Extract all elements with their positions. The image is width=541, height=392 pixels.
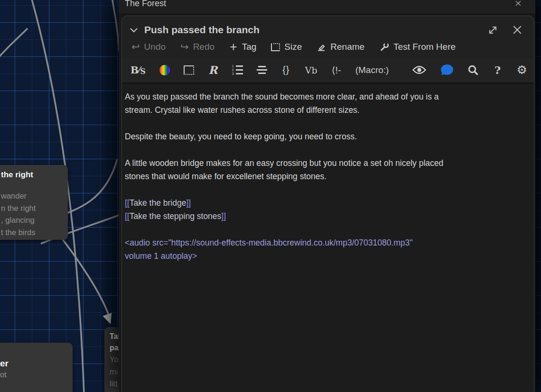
passage-node-corner[interactable]: er ot — [0, 343, 73, 392]
passage-preview-line: , glancing — [1, 214, 68, 227]
audio-macro-syntax: <audio src="https://sound-effects-media.… — [125, 236, 524, 249]
editor-line: Despite the beauty, you need to keep goi… — [125, 130, 524, 143]
test-from-here-label: Test From Here — [393, 42, 456, 52]
redo-button[interactable]: ↪ Redo — [180, 42, 215, 52]
passage-editor-title: Push passed the branch — [144, 24, 260, 36]
text-style-button[interactable]: B⁄S — [131, 64, 146, 76]
arrowhead — [103, 313, 115, 326]
editor-line: stones that would make for excellenet st… — [125, 170, 524, 183]
wrench-icon — [379, 42, 389, 52]
speech-bubble-icon — [440, 64, 454, 76]
story-title: The Forest — [125, 0, 166, 9]
passage-title: the right — [1, 169, 68, 180]
collapse-button[interactable] — [130, 27, 138, 33]
borders-button[interactable] — [184, 65, 194, 75]
collapse-whitespace-button[interactable]: {} — [281, 64, 291, 75]
numbered-list-button[interactable]: 1 2 3 — [232, 65, 243, 75]
undo-label: Undo — [144, 42, 166, 52]
macro-button[interactable]: (Macro:) — [355, 65, 389, 75]
rename-button[interactable]: Rename — [317, 42, 364, 52]
verbatim-button[interactable]: Vb — [305, 65, 317, 75]
editor-line: stream. Crystal like water rushes across… — [125, 103, 524, 117]
dialog-column: The Forest Push passed the branch — [119, 0, 535, 392]
border-box-icon — [184, 65, 194, 75]
help-button[interactable]: ? — [493, 64, 503, 76]
rainbow-circle-icon — [159, 65, 170, 75]
redo-icon: ↪ — [180, 43, 189, 51]
align-center-icon — [257, 66, 267, 74]
chevron-down-icon — [130, 27, 138, 33]
tag-label: Tag — [242, 42, 257, 52]
pencil-icon — [317, 42, 326, 52]
editor-line — [125, 143, 524, 156]
passage-link-syntax: [[Take the stepping stones]] — [125, 210, 524, 223]
editor-line: A little wooden bridge makes for an easy… — [125, 156, 524, 170]
find-button[interactable] — [467, 64, 479, 76]
passage-title: er — [0, 358, 73, 369]
alignment-button[interactable] — [257, 66, 267, 74]
test-from-here-button[interactable]: Test From Here — [379, 42, 456, 52]
close-icon — [512, 25, 522, 35]
story-dialog-bar: The Forest — [119, 0, 535, 14]
size-button[interactable]: Size — [271, 42, 302, 52]
passage-link-syntax: [[Take the bridge]] — [125, 196, 524, 210]
size-icon — [271, 43, 280, 51]
panel-header: Push passed the branch — [122, 16, 534, 40]
magnifier-icon — [467, 64, 479, 76]
undo-icon: ↩ — [131, 43, 140, 51]
close-icon — [513, 0, 523, 7]
story-dialog-close-button[interactable] — [513, 0, 523, 7]
rename-label: Rename — [330, 42, 364, 52]
passage-preview-line: ot — [0, 369, 73, 381]
strike-glyph: S — [140, 67, 146, 76]
text-color-button[interactable] — [159, 65, 170, 75]
bold-glyph: B — [131, 64, 139, 76]
comments-button[interactable] — [440, 64, 454, 76]
settings-button[interactable]: ⚙ — [517, 65, 527, 75]
passage-preview-line: t the birds — [1, 227, 68, 239]
audio-macro-syntax: volume 1 autoplay> — [125, 249, 524, 263]
passage-preview-line: n the right — [1, 202, 68, 215]
editor-line: As you step passed the branch the sound … — [125, 90, 524, 103]
tag-button[interactable]: + Tag — [229, 42, 256, 52]
passage-preview-line: wander — [1, 190, 68, 202]
close-editor-button[interactable] — [512, 25, 522, 35]
action-toolbar: ↩ Undo ↪ Redo + Tag Size — [122, 40, 534, 58]
undo-button[interactable]: ↩ Undo — [131, 42, 166, 52]
passage-editor-panel: Push passed the branch — [121, 16, 534, 392]
editor-line — [125, 117, 524, 130]
editor-line — [125, 223, 524, 236]
revision-button[interactable]: R — [208, 64, 218, 76]
plus-icon: + — [229, 43, 238, 51]
expand-icon — [487, 25, 498, 36]
passage-node-the-right[interactable]: the right wander n the right , glancing … — [0, 165, 68, 240]
eye-icon — [412, 65, 427, 75]
comment-button[interactable]: ⟨!- — [331, 64, 342, 76]
passage-text-editor[interactable]: As you step passed the branch the sound … — [122, 84, 534, 392]
format-toolbar: B⁄S R 1 2 3 {} Vb — [122, 58, 534, 84]
map-shadow-strip — [535, 0, 541, 392]
size-label: Size — [284, 42, 302, 52]
editor-line — [125, 183, 524, 196]
redo-label: Redo — [193, 42, 215, 52]
maximize-button[interactable] — [487, 25, 498, 36]
numbered-list-icon: 1 2 3 — [232, 65, 243, 75]
preview-button[interactable] — [412, 65, 427, 75]
